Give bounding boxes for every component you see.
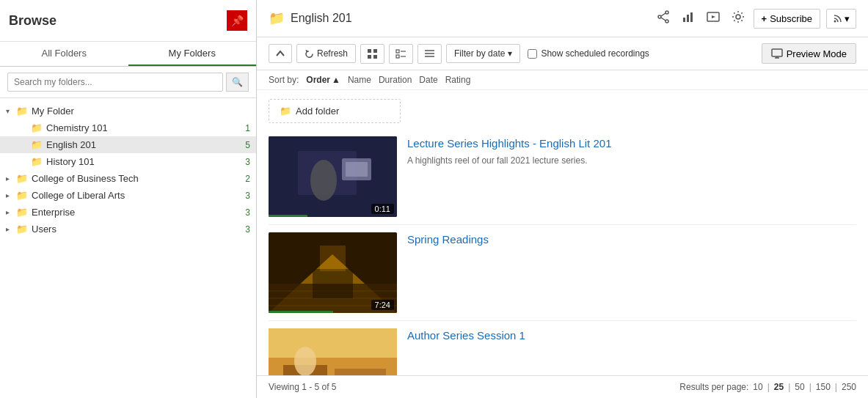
- svg-rect-29: [346, 162, 368, 177]
- rpp-10[interactable]: 10: [753, 382, 762, 392]
- video-title[interactable]: Author Series Session 1: [407, 329, 525, 342]
- sort-rating-link[interactable]: Rating: [445, 75, 471, 85]
- item-count: 1: [239, 123, 250, 133]
- scheduled-recordings-checkbox[interactable]: [528, 49, 537, 59]
- monitor-icon: [771, 48, 783, 59]
- tab-all-folders[interactable]: All Folders: [0, 42, 128, 66]
- video-thumbnail[interactable]: 0:11: [269, 136, 397, 217]
- folder-add-icon: 📁: [280, 106, 291, 117]
- rpp-150[interactable]: 150: [816, 382, 831, 392]
- pin-button[interactable]: 📌: [227, 10, 247, 31]
- svg-point-10: [834, 21, 836, 23]
- tree-item-english201[interactable]: 📁 English 201 5: [0, 136, 256, 153]
- detail-list-button[interactable]: [417, 44, 442, 64]
- item-count: 3: [239, 157, 250, 167]
- preview-mode-button[interactable]: Preview Mode: [762, 43, 856, 64]
- up-button[interactable]: [269, 44, 292, 63]
- sidebar-title: Browse: [9, 13, 56, 29]
- chevron-down-icon: ▾: [845, 13, 850, 24]
- title-area: 📁 English 201: [269, 10, 352, 26]
- tree-item-label: History 101: [46, 156, 239, 167]
- sidebar-tabs: All Folders My Folders: [0, 42, 256, 67]
- results-per-page: Results per page: 10 | 25 | 50 | 150 | 2…: [679, 382, 856, 392]
- search-input[interactable]: [7, 73, 223, 92]
- sidebar: Browse 📌 All Folders My Folders 🔍 ▾ 📁 My…: [0, 0, 257, 398]
- share-button[interactable]: [654, 7, 673, 29]
- svg-line-4: [661, 18, 665, 21]
- sidebar-header: Browse 📌: [0, 0, 256, 42]
- sort-date-link[interactable]: Date: [419, 75, 437, 85]
- subscribe-button[interactable]: + Subscribe: [754, 9, 820, 29]
- grid-view-button[interactable]: [360, 44, 384, 64]
- tree-item-business-tech[interactable]: ▸ 📁 College of Business Tech 2: [0, 170, 256, 187]
- add-folder-button[interactable]: 📁 Add folder: [269, 99, 401, 123]
- media-button[interactable]: [704, 7, 723, 29]
- filter-date-label: Filter by date: [454, 48, 505, 59]
- tree-item-label: Users: [32, 224, 239, 235]
- svg-point-9: [736, 15, 740, 19]
- expand-arrow: ▸: [6, 225, 16, 233]
- tree-item-users[interactable]: ▸ 📁 Users 3: [0, 221, 256, 237]
- settings-button[interactable]: [729, 7, 748, 29]
- tree-item-history[interactable]: 📁 History 101 3: [0, 153, 256, 170]
- tree-item-label: My Folder: [32, 106, 250, 117]
- plus-icon: +: [762, 13, 767, 24]
- search-icon: 🔍: [232, 77, 243, 87]
- folder-icon: 📁: [16, 224, 28, 235]
- tree-item-my-folder[interactable]: ▾ 📁 My Folder: [0, 103, 256, 119]
- video-thumbnail[interactable]: 7:24: [269, 232, 397, 313]
- svg-rect-12: [373, 49, 377, 53]
- video-title[interactable]: Lecture Series Highlights - English Lit …: [407, 137, 611, 150]
- compact-list-button[interactable]: [389, 44, 413, 64]
- content-area: 📁 Add folder 0:11 Lectur: [257, 90, 868, 375]
- search-button[interactable]: 🔍: [226, 73, 249, 92]
- viewing-text: Viewing 1 - 5 of 5: [269, 382, 337, 392]
- sort-duration-link[interactable]: Duration: [379, 75, 412, 85]
- search-bar: 🔍: [0, 67, 256, 98]
- analytics-button[interactable]: [679, 7, 698, 29]
- subscribe-label: Subscribe: [770, 13, 812, 24]
- compact-list-icon: [395, 48, 406, 59]
- detail-list-icon: [424, 48, 435, 59]
- refresh-button[interactable]: Refresh: [296, 44, 356, 63]
- folder-icon: 📁: [31, 122, 43, 133]
- folder-icon: 📁: [16, 106, 28, 117]
- folder-icon: 📁: [16, 207, 28, 218]
- rpp-25[interactable]: 25: [774, 382, 784, 392]
- video-info: Author Series Session 1: [407, 328, 856, 343]
- video-progress-bar: [269, 311, 333, 313]
- preview-label: Preview Mode: [787, 48, 847, 59]
- filter-date-button[interactable]: Filter by date ▾: [446, 44, 520, 63]
- svg-rect-11: [368, 49, 371, 53]
- scheduled-recordings-area: Show scheduled recordings: [528, 48, 649, 59]
- expand-arrow: ▾: [6, 107, 16, 115]
- scheduled-recordings-label: Show scheduled recordings: [541, 48, 649, 59]
- chart-icon: [682, 10, 695, 23]
- up-arrow-icon: [275, 48, 285, 59]
- svg-rect-37: [320, 246, 346, 271]
- grid-icon: [367, 48, 378, 59]
- svg-rect-17: [396, 55, 399, 58]
- tree-item-chemistry[interactable]: 📁 Chemistry 101 1: [0, 119, 256, 136]
- tree-item-liberal-arts[interactable]: ▸ 📁 College of Liberal Arts 3: [0, 187, 256, 204]
- page-title: English 201: [291, 12, 352, 25]
- video-duration: 7:24: [371, 300, 394, 310]
- sort-name-link[interactable]: Name: [348, 75, 371, 85]
- rpp-250[interactable]: 250: [842, 382, 856, 392]
- tab-my-folders[interactable]: My Folders: [128, 42, 257, 66]
- video-item: Author Series Session 1: [269, 321, 856, 375]
- video-thumbnail[interactable]: [269, 328, 397, 375]
- thumb-author-graphic: [269, 328, 397, 375]
- video-description: A highlights reel of our fall 2021 lectu…: [407, 155, 856, 167]
- refresh-label: Refresh: [317, 48, 348, 59]
- video-info: Spring Readings: [407, 232, 856, 247]
- rss-button[interactable]: ▾: [826, 9, 856, 29]
- video-title[interactable]: Spring Readings: [407, 233, 489, 246]
- tree-item-enterprise[interactable]: ▸ 📁 Enterprise 3: [0, 204, 256, 221]
- rss-icon: [833, 13, 843, 23]
- rpp-50[interactable]: 50: [795, 382, 804, 392]
- svg-rect-13: [368, 55, 371, 59]
- sort-order-active[interactable]: Order ▲: [306, 75, 340, 85]
- svg-rect-41: [335, 369, 386, 375]
- item-count: 3: [239, 224, 250, 235]
